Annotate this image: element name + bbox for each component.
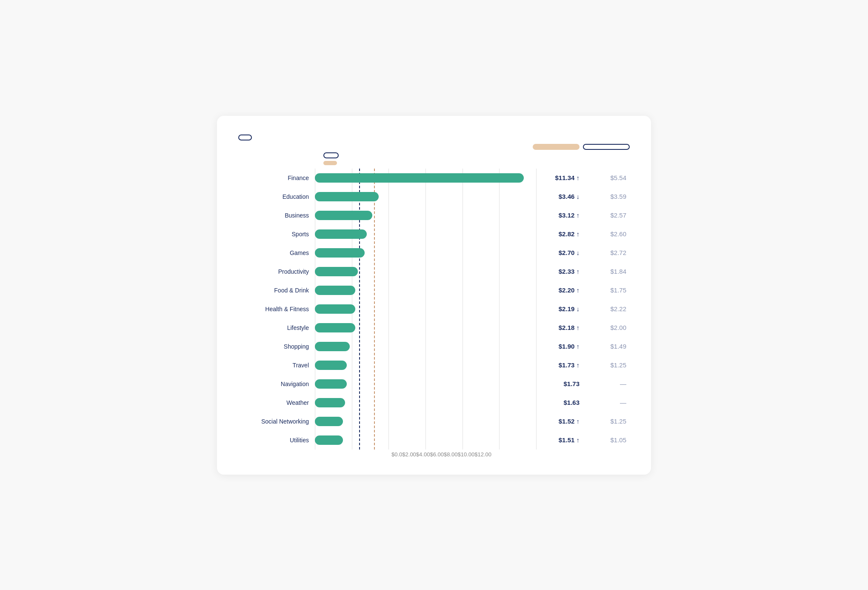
value-h1: —	[583, 380, 630, 387]
x-axis-label: $0.0	[391, 451, 402, 458]
x-axis-label: $6.00	[430, 451, 444, 458]
value-h2: $3.46 ↓	[536, 193, 583, 200]
x-axis-labels: $0.0$2.00$4.00$6.00$8.00$10.00$12.00	[391, 451, 491, 458]
chart-row: Food & Drink$2.20 ↑$1.75	[238, 281, 630, 300]
value-h2: $1.73 ↑	[536, 361, 583, 369]
bar	[315, 361, 347, 370]
category-label: Business	[238, 212, 315, 219]
values-col: $1.90 ↑$1.49	[536, 343, 630, 350]
value-h1: $1.49	[583, 343, 630, 350]
period-badge	[238, 135, 252, 140]
values-col: $2.70 ↓$2.72	[536, 249, 630, 256]
bar	[315, 286, 355, 295]
values-col: $2.19 ↓$2.22	[536, 305, 630, 312]
bar-container	[315, 285, 536, 296]
values-col: $3.46 ↓$3.59	[536, 193, 630, 200]
category-label: Weather	[238, 399, 315, 406]
chart-row: Finance$11.34 ↑$5.54	[238, 169, 630, 187]
value-h1: $2.57	[583, 212, 630, 219]
value-h1: $2.72	[583, 249, 630, 256]
col-header-h2	[533, 144, 580, 150]
bar	[315, 248, 365, 258]
chart-row: Social Networking$1.52 ↑$1.25	[238, 412, 630, 431]
avg-h1-badge	[323, 152, 339, 158]
category-label: Travel	[238, 362, 315, 369]
category-label: Sports	[238, 231, 315, 238]
values-col: $1.51 ↑$1.05	[536, 436, 630, 444]
value-h1: $1.25	[583, 361, 630, 369]
value-h2: $2.33 ↑	[536, 268, 583, 275]
bar-container	[315, 229, 536, 240]
values-col: $2.18 ↑$2.00	[536, 324, 630, 331]
avg-h2-badge	[323, 161, 337, 165]
category-label: Productivity	[238, 268, 315, 275]
value-h2: $2.19 ↓	[536, 305, 583, 312]
bar-container	[315, 378, 536, 390]
chart-row: Games$2.70 ↓$2.72	[238, 243, 630, 262]
bar-container	[315, 435, 536, 446]
bar	[315, 323, 355, 332]
bar-container	[315, 266, 536, 277]
chart-row: Productivity$2.33 ↑$1.84	[238, 262, 630, 281]
value-h1: $2.22	[583, 305, 630, 312]
values-col: $2.20 ↑$1.75	[536, 286, 630, 294]
values-col: $3.12 ↑$2.57	[536, 212, 630, 219]
value-h1: $1.05	[583, 436, 630, 444]
bar-container	[315, 304, 536, 315]
values-col: $1.73—	[536, 380, 630, 387]
bar-container	[315, 172, 536, 183]
category-label: Food & Drink	[238, 287, 315, 294]
rows-container: Finance$11.34 ↑$5.54Education$3.46 ↓$3.5…	[238, 169, 630, 450]
chart-row: Travel$1.73 ↑$1.25	[238, 356, 630, 375]
x-axis-label: $2.00	[402, 451, 416, 458]
value-h1: —	[583, 399, 630, 406]
category-label: Education	[238, 193, 315, 200]
x-axis-label: $10.00	[458, 451, 475, 458]
bar	[315, 398, 345, 407]
value-h2: $1.52 ↑	[536, 418, 583, 425]
value-h2: $11.34 ↑	[536, 174, 583, 181]
bar	[315, 417, 343, 426]
values-col: $1.52 ↑$1.25	[536, 418, 630, 425]
bar	[315, 342, 350, 351]
bar-container	[315, 322, 536, 333]
chart-row: Business$3.12 ↑$2.57	[238, 206, 630, 225]
category-label: Navigation	[238, 381, 315, 387]
bar	[315, 192, 379, 201]
x-axis-label: $8.00	[444, 451, 458, 458]
bar-container	[315, 191, 536, 202]
category-label: Lifestyle	[238, 324, 315, 331]
value-h2: $1.63	[536, 399, 583, 406]
bar	[315, 267, 358, 276]
values-col: $11.34 ↑$5.54	[536, 174, 630, 181]
bar	[315, 229, 367, 239]
value-h1: $3.59	[583, 193, 630, 200]
chart-row: Shopping$1.90 ↑$1.49	[238, 337, 630, 356]
value-h2: $2.18 ↑	[536, 324, 583, 331]
value-h2: $2.20 ↑	[536, 286, 583, 294]
chart-row: Weather$1.63—	[238, 393, 630, 412]
avg-labels	[238, 152, 630, 165]
value-h1: $2.00	[583, 324, 630, 331]
chart-row: Education$3.46 ↓$3.59	[238, 187, 630, 206]
bar	[315, 304, 355, 314]
value-h2: $1.51 ↑	[536, 436, 583, 444]
values-col: $2.33 ↑$1.84	[536, 268, 630, 275]
bar	[315, 173, 524, 183]
chart-row: Health & Fitness$2.19 ↓$2.22	[238, 300, 630, 318]
chart-row: Utilities$1.51 ↑$1.05	[238, 431, 630, 450]
value-h1: $1.25	[583, 418, 630, 425]
values-col: $1.63—	[536, 399, 630, 406]
category-label: Social Networking	[238, 418, 315, 425]
value-h2: $2.82 ↑	[536, 230, 583, 238]
values-col: $2.82 ↑$2.60	[536, 230, 630, 238]
value-h1: $1.75	[583, 286, 630, 294]
bar-container	[315, 341, 536, 352]
value-h1: $1.84	[583, 268, 630, 275]
chart-row: Sports$2.82 ↑$2.60	[238, 225, 630, 243]
bar-container	[315, 397, 536, 408]
values-col: $1.73 ↑$1.25	[536, 361, 630, 369]
x-axis: $0.0$2.00$4.00$6.00$8.00$10.00$12.00	[238, 451, 630, 458]
category-label: Health & Fitness	[238, 306, 315, 312]
chart-area: Finance$11.34 ↑$5.54Education$3.46 ↓$3.5…	[238, 169, 630, 450]
